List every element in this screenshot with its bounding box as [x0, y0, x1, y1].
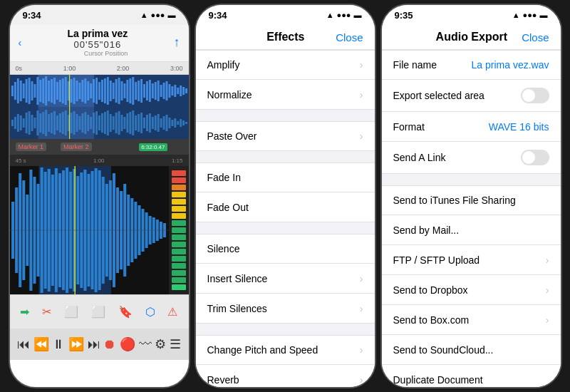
svg-rect-161 — [108, 180, 111, 230]
back-chevron-icon: ‹ — [19, 37, 22, 48]
svg-rect-17 — [53, 78, 56, 104]
export-close-button[interactable]: Close — [522, 31, 549, 43]
top-waveform[interactable] — [10, 75, 189, 107]
svg-rect-216 — [152, 230, 155, 243]
export-selected-toggle[interactable] — [521, 88, 549, 103]
back-button[interactable]: ‹ — [19, 37, 22, 48]
settings-button[interactable]: ⚙ — [155, 336, 166, 352]
signal-icon: ●●● — [151, 11, 165, 19]
menu-button[interactable]: ☰ — [170, 336, 181, 352]
effect-silence[interactable]: Silence — [196, 234, 375, 264]
svg-rect-51 — [148, 80, 150, 102]
effects-icon[interactable]: ⬡ — [145, 305, 155, 319]
svg-rect-70 — [16, 114, 19, 132]
warning-icon[interactable]: ⚠ — [167, 305, 177, 319]
action-soundcloud[interactable]: Send to SoundCloud... — [382, 335, 561, 365]
effect-change-pitch-speed[interactable]: Change Pitch and Speed › — [196, 335, 375, 365]
action-ftp[interactable]: FTP / SFTP Upload › — [382, 245, 561, 275]
svg-rect-85 — [58, 113, 61, 133]
svg-rect-80 — [45, 110, 47, 136]
svg-rect-26 — [78, 83, 81, 99]
effect-paste-over[interactable]: Paste Over › — [196, 121, 375, 151]
skip-forward-button[interactable]: ⏭ — [88, 337, 100, 352]
svg-rect-21 — [64, 77, 66, 105]
send-link-row[interactable]: Send A Link — [382, 142, 561, 174]
svg-rect-196 — [80, 230, 83, 288]
top-waveform-container[interactable] — [10, 75, 189, 139]
svg-rect-16 — [51, 79, 53, 103]
svg-rect-206 — [116, 230, 119, 273]
action-duplicate[interactable]: Duplicate Document — [382, 365, 561, 388]
wave-button[interactable]: 〰 — [139, 337, 152, 352]
effect-reverb[interactable]: Reverb › — [196, 365, 375, 388]
svg-rect-172 — [148, 216, 151, 230]
ruler2-mark-0: 45 s — [16, 158, 26, 164]
effect-normalize[interactable]: Normalize › — [196, 80, 375, 110]
action-dropbox[interactable]: Send to Dropbox › — [382, 275, 561, 305]
svg-rect-200 — [94, 230, 97, 292]
main-waveform-area[interactable] — [10, 166, 189, 294]
svg-rect-90 — [73, 111, 75, 135]
box-arrow-icon: › — [546, 314, 549, 326]
svg-rect-139 — [29, 170, 32, 230]
effect-amplify[interactable]: Amplify › — [196, 50, 375, 80]
dropbox-label: Send to Dropbox — [393, 284, 468, 296]
action-itunes[interactable]: Send to iTunes File Sharing — [382, 185, 561, 215]
action-box[interactable]: Send to Box.com › — [382, 305, 561, 335]
record-button[interactable]: ⏺ — [103, 337, 116, 352]
track-title: La prima vez — [67, 28, 128, 39]
svg-rect-228 — [172, 213, 186, 219]
svg-rect-52 — [151, 83, 153, 98]
audio-export-phone: 9:35 ▲ ●●● ▬ Audio Export Close File nam… — [380, 4, 562, 388]
paste-icon[interactable]: ⬜ — [91, 305, 105, 319]
top-ruler: 0s 1:00 2:00 3:00 — [10, 62, 189, 75]
send-link-toggle[interactable] — [521, 150, 549, 165]
time-display: 00'55"016 — [67, 39, 128, 50]
svg-rect-84 — [56, 115, 58, 130]
effect-insert-silence[interactable]: Insert Silence › — [196, 264, 375, 294]
main-wave-canvas[interactable] — [10, 166, 169, 294]
signal-icon-2: ●●● — [337, 11, 351, 19]
loop-button[interactable]: 🔴 — [120, 336, 135, 352]
svg-rect-50 — [145, 81, 147, 100]
track-info: La prima vez 00'55"016 Cursor Position — [67, 28, 128, 57]
pause-button[interactable]: ⏸ — [52, 337, 65, 352]
section-gap-4 — [196, 324, 375, 335]
file-name-row[interactable]: File name La prima vez.wav — [382, 50, 561, 80]
effect-fade-in[interactable]: Fade In — [196, 163, 375, 192]
svg-rect-168 — [134, 202, 137, 230]
reverb-arrow-icon: › — [360, 374, 363, 386]
svg-rect-36 — [106, 77, 108, 105]
svg-rect-37 — [109, 81, 111, 101]
share-button[interactable]: ↑ — [174, 35, 180, 50]
export-icon[interactable]: ➡ — [20, 305, 29, 319]
fast-forward-button[interactable]: ⏩ — [68, 336, 84, 352]
bookmark-icon[interactable]: 🔖 — [118, 305, 133, 319]
copy-icon[interactable]: ⬜ — [64, 305, 78, 319]
effect-trim-silences[interactable]: Trim Silences › — [196, 294, 375, 324]
svg-rect-174 — [155, 220, 158, 230]
svg-rect-219 — [162, 230, 165, 237]
svg-rect-7 — [25, 79, 27, 103]
svg-rect-13 — [42, 78, 44, 103]
svg-rect-124 — [168, 118, 170, 128]
effects-close-button[interactable]: Close — [336, 31, 363, 43]
amplify-arrow-icon: › — [360, 59, 363, 71]
svg-rect-121 — [160, 118, 162, 128]
rewind-button[interactable]: ⏪ — [33, 336, 49, 352]
skip-back-button[interactable]: ⏮ — [17, 337, 30, 352]
export-selected-row[interactable]: Export selected area — [382, 80, 561, 112]
effect-fade-out[interactable]: Fade Out — [196, 192, 375, 222]
action-mail[interactable]: Send by Mail... — [382, 215, 561, 245]
marker-bar: Marker 1 Marker 2 6:32:0.47 — [10, 139, 189, 155]
format-row[interactable]: Format WAVE 16 bits — [382, 112, 561, 142]
svg-rect-171 — [145, 212, 147, 230]
svg-rect-142 — [40, 167, 43, 230]
svg-rect-55 — [160, 85, 162, 97]
status-bar-3: 9:35 ▲ ●●● ▬ — [382, 5, 561, 25]
cut-icon[interactable]: ✂ — [42, 305, 51, 319]
svg-rect-40 — [118, 78, 120, 104]
svg-rect-157 — [94, 168, 97, 230]
soundcloud-label: Send to SoundCloud... — [393, 344, 494, 356]
svg-rect-213 — [141, 230, 144, 252]
